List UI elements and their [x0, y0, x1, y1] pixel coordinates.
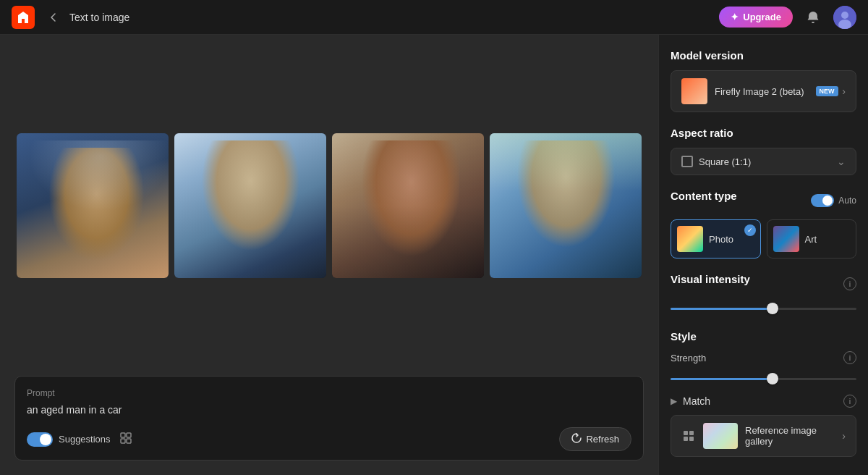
- refresh-icon: [571, 433, 582, 445]
- svg-rect-6: [127, 439, 131, 443]
- model-version-section: Model version Firefly Image 2 (beta) NEW…: [671, 49, 856, 112]
- generated-image-4[interactable]: [490, 133, 642, 278]
- suggestions-label: Suggestions: [59, 434, 111, 445]
- content-type-section: Content type Auto Photo ✓ Art: [671, 190, 856, 258]
- selected-check-icon: ✓: [744, 224, 756, 236]
- chevron-down-icon: ⌄: [837, 156, 846, 167]
- style-section: Style Strength i ▶ Match i: [671, 330, 856, 457]
- reference-gallery-chevron-icon: ›: [842, 430, 846, 442]
- aspect-ratio-selector[interactable]: Square (1:1) ⌄: [671, 148, 856, 175]
- avatar[interactable]: [833, 6, 856, 29]
- svg-rect-10: [689, 437, 694, 441]
- upgrade-button[interactable]: ✦ Upgrade: [719, 7, 793, 28]
- match-chevron-icon: ▶: [671, 396, 677, 406]
- svg-rect-7: [684, 431, 688, 435]
- refresh-label: Refresh: [586, 434, 619, 445]
- model-name: Firefly Image 2 (beta): [715, 86, 804, 97]
- auto-label: Auto: [838, 196, 856, 206]
- reference-gallery-label: Reference image gallery: [745, 425, 835, 447]
- reference-thumbnail: [703, 423, 738, 449]
- art-thumbnail: [773, 226, 799, 252]
- header: Text to image ✦ Upgrade: [0, 0, 868, 35]
- visual-intensity-info-icon[interactable]: i: [843, 277, 856, 290]
- generated-image-1[interactable]: [17, 133, 169, 278]
- auto-switch[interactable]: [811, 194, 834, 207]
- suggestions-toggle: Suggestions: [27, 432, 111, 447]
- svg-point-1: [841, 12, 848, 19]
- prompt-text[interactable]: an aged man in a car: [27, 404, 631, 416]
- strength-slider[interactable]: [671, 371, 856, 386]
- aspect-ratio-title: Aspect ratio: [671, 127, 856, 139]
- prompt-actions: Suggestions: [27, 427, 631, 451]
- chevron-right-icon: ›: [842, 85, 846, 97]
- prompt-bar: Prompt an aged man in a car Suggestions: [14, 376, 644, 461]
- visual-intensity-slider[interactable]: [671, 301, 856, 316]
- content-option-art[interactable]: Art: [767, 219, 857, 258]
- match-info-icon[interactable]: i: [843, 395, 856, 408]
- page-title: Text to image: [69, 12, 129, 23]
- header-actions: ✦ Upgrade: [719, 6, 856, 29]
- aspect-square-icon: [681, 156, 693, 167]
- gallery-icon: [681, 429, 696, 443]
- main-content: Prompt an aged man in a car Suggestions: [0, 35, 868, 475]
- app-logo: [12, 6, 35, 29]
- visual-intensity-title: Visual intensity: [671, 273, 750, 285]
- match-label: Match: [683, 395, 710, 407]
- visual-intensity-thumb[interactable]: [767, 303, 778, 314]
- notification-button[interactable]: [801, 6, 825, 29]
- photo-label: Photo: [709, 234, 733, 245]
- style-title: Style: [671, 330, 856, 342]
- strength-label: Strength: [671, 353, 706, 363]
- reference-gallery-row[interactable]: Reference image gallery ›: [671, 415, 856, 457]
- canvas-area: Prompt an aged man in a car Suggestions: [0, 35, 658, 475]
- image-grid: [0, 35, 658, 376]
- svg-rect-3: [121, 433, 125, 437]
- photo-thumbnail: [677, 226, 703, 252]
- new-badge: NEW: [816, 86, 838, 96]
- prompt-label: Prompt: [27, 388, 631, 398]
- aspect-ratio-value: Square (1:1): [699, 156, 751, 167]
- visual-intensity-section: Visual intensity i: [671, 273, 856, 316]
- expand-icon[interactable]: [119, 432, 132, 447]
- svg-rect-9: [684, 437, 688, 441]
- content-type-options: Photo ✓ Art: [671, 219, 856, 258]
- generated-image-2[interactable]: [174, 133, 326, 278]
- model-selector[interactable]: Firefly Image 2 (beta) NEW ›: [671, 70, 856, 112]
- refresh-button[interactable]: Refresh: [559, 427, 631, 451]
- auto-toggle: Auto: [811, 194, 856, 207]
- svg-rect-8: [689, 431, 694, 435]
- model-version-title: Model version: [671, 49, 856, 62]
- svg-rect-5: [121, 439, 125, 443]
- match-row[interactable]: ▶ Match i: [671, 395, 856, 408]
- strength-thumb[interactable]: [767, 373, 778, 384]
- upgrade-icon: ✦: [731, 12, 739, 22]
- content-type-title: Content type: [671, 190, 737, 202]
- aspect-ratio-section: Aspect ratio Square (1:1) ⌄: [671, 127, 856, 175]
- suggestions-switch[interactable]: [27, 432, 53, 447]
- back-button[interactable]: [43, 7, 64, 28]
- art-label: Art: [805, 234, 817, 245]
- generated-image-3[interactable]: [332, 133, 484, 278]
- model-thumbnail: [681, 78, 707, 104]
- right-panel: Model version Firefly Image 2 (beta) NEW…: [658, 35, 868, 475]
- svg-rect-4: [127, 433, 131, 437]
- content-option-photo[interactable]: Photo ✓: [671, 219, 761, 258]
- strength-info-icon[interactable]: i: [843, 351, 856, 364]
